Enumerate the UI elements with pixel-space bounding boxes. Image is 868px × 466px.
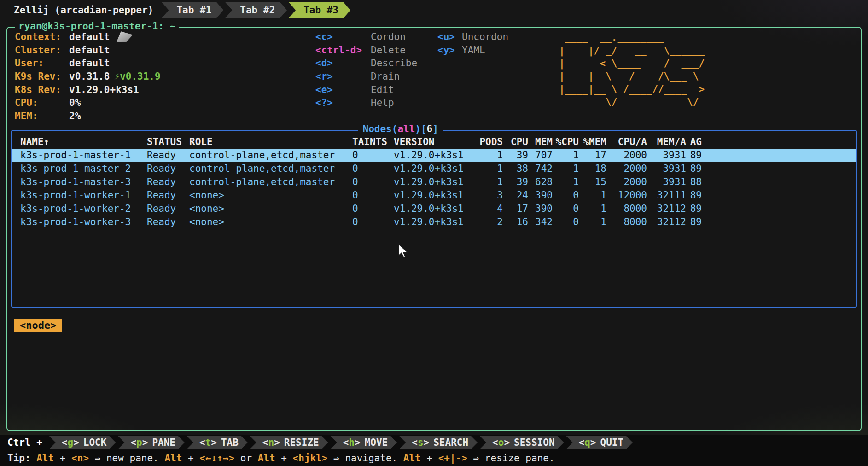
shortcut-key: n xyxy=(268,437,274,448)
cell-name: k3s-prod-1-master-1 xyxy=(20,149,147,162)
breadcrumb-node[interactable]: <node> xyxy=(14,319,62,332)
bracket: < xyxy=(262,437,268,448)
table-row[interactable]: k3s-prod-1-master-3Readycontrol-plane,et… xyxy=(12,175,856,189)
tab-2[interactable]: Tab #2 xyxy=(225,2,287,18)
cell-version: v1.29.0+k3s1 xyxy=(394,202,477,216)
menu-action: Help xyxy=(371,97,394,108)
table-row[interactable]: k3s-prod-1-master-2Readycontrol-plane,et… xyxy=(12,162,856,175)
ribbon-quit[interactable]: <q>QUIT xyxy=(566,436,633,449)
info-label: Context: xyxy=(15,31,69,42)
k9s-menu-column-2: <u>Uncordon <y>YAML xyxy=(437,30,508,57)
cell-mem: 628 xyxy=(528,175,553,189)
col-mem: MEM xyxy=(528,135,553,149)
bracket: < xyxy=(199,437,205,448)
cell-cpua: 2000 xyxy=(606,149,647,162)
cell-version: v1.29.0+k3s1 xyxy=(394,216,477,229)
cell-cpua: 2000 xyxy=(606,162,647,175)
cell-name: k3s-prod-1-worker-2 xyxy=(20,202,147,216)
cell-taints: 0 xyxy=(352,175,394,189)
tip-text: ⇒ new pane. xyxy=(89,453,164,464)
shortcut-key: p xyxy=(136,437,142,448)
shortcut-key: q xyxy=(584,437,590,448)
tab-label: Tab #2 xyxy=(240,5,275,16)
table-row-selected[interactable]: k3s-prod-1-master-1Readycontrol-plane,et… xyxy=(12,149,856,162)
info-value: v0.31.8 xyxy=(69,71,110,82)
menu-item-yaml: <y>YAML xyxy=(437,44,508,57)
table-row[interactable]: k3s-prod-1-worker-1Ready<none>0v1.29.0+k… xyxy=(12,189,856,202)
ribbon-session[interactable]: <o>SESSION xyxy=(479,436,564,449)
k9s-menu-column-1: <c>Cordon <ctrl-d>Delete <d>Describe <r>… xyxy=(315,30,417,110)
cell-cpua: 8000 xyxy=(606,202,647,216)
cell-cpu: 39 xyxy=(503,149,528,162)
cell-cpu: 24 xyxy=(503,189,528,202)
bracket: > xyxy=(73,437,79,448)
menu-item-edit: <e>Edit xyxy=(315,83,417,96)
col-name: NAME↑ xyxy=(20,135,147,149)
col-age: AG xyxy=(686,135,702,149)
cell-mema: 32111 xyxy=(647,189,686,202)
info-row-cluster: Cluster:default xyxy=(15,44,161,57)
ribbon-pane[interactable]: <p>PANE xyxy=(117,436,185,449)
tab-1[interactable]: Tab #1 xyxy=(162,2,223,18)
cell-age: 89 xyxy=(686,149,702,162)
session-name: Zellij (arcadian-pepper) xyxy=(14,5,153,16)
menu-action: YAML xyxy=(462,45,485,56)
k9s-cluster-info: Context:default Cluster:default User:def… xyxy=(15,30,161,122)
cell-role: control-plane,etcd,master xyxy=(189,149,352,162)
menu-key: <ctrl-d> xyxy=(315,45,371,56)
menu-key: <u> xyxy=(437,31,462,42)
title-scope: all xyxy=(397,123,415,134)
mouse-cursor xyxy=(397,243,411,259)
cell-mem: 342 xyxy=(528,216,553,229)
cell-version: v1.29.0+k3s1 xyxy=(394,189,477,202)
cell-mema: 3931 xyxy=(647,175,686,189)
cell-mema: 3931 xyxy=(647,162,686,175)
col-version: VERSION xyxy=(394,135,477,149)
col-mema: MEM/A xyxy=(647,135,686,149)
title-bracket: ] xyxy=(432,123,438,134)
cell-cpua: 12000 xyxy=(606,189,647,202)
cell-mem: 390 xyxy=(528,202,553,216)
cell-pods: 1 xyxy=(477,175,503,189)
tab-3-active[interactable]: Tab #3 xyxy=(289,2,350,18)
menu-item-cordon: <c>Cordon xyxy=(315,30,417,44)
tip-text: + xyxy=(54,453,71,464)
info-row-k9s-rev: K9s Rev:v0.31.8⚡v0.31.9 xyxy=(15,70,161,83)
title-bracket: )[ xyxy=(415,123,426,134)
upgrade-version: ⚡v0.31.9 xyxy=(114,71,161,82)
cell-cpua: 8000 xyxy=(606,216,647,229)
ribbon-search[interactable]: <s>SEARCH xyxy=(399,436,478,449)
table-title: Nodes(all)[6] xyxy=(358,123,443,134)
info-row-k8s-rev: K8s Rev:v1.29.0+k3s1 xyxy=(15,83,161,96)
tip-text: + xyxy=(275,453,293,464)
cell-mem: 742 xyxy=(528,162,553,175)
table-body: NAME↑STATUSROLETAINTSVERSIONPODSCPUMEM%C… xyxy=(12,131,856,229)
zellij-status-bar: Ctrl + <g>LOCK <p>PANE <t>TAB <n>RESIZE … xyxy=(0,435,868,450)
key-hint: Alt xyxy=(258,453,275,464)
info-row-cpu: CPU:0% xyxy=(15,96,161,110)
shortcut-key: o xyxy=(498,437,504,448)
menu-action: Cordon xyxy=(371,31,406,42)
key-hint: <←↓↑→> xyxy=(199,453,234,464)
key-hint: <hjkl> xyxy=(293,453,328,464)
menu-action: Uncordon xyxy=(462,31,508,42)
info-label: K9s Rev: xyxy=(15,71,69,82)
cell-pcpu: 1 xyxy=(553,175,579,189)
cell-pmem: 15 xyxy=(579,175,606,189)
menu-action: Delete xyxy=(371,45,406,56)
ribbon-move[interactable]: <h>MOVE xyxy=(330,436,397,449)
terminal-pane[interactable]: ryan@k3s-prod-1-master-1: ~ Context:defa… xyxy=(6,27,862,431)
cell-taints: 0 xyxy=(352,149,394,162)
ribbon-lock[interactable]: <g>LOCK xyxy=(49,436,116,449)
table-row[interactable]: k3s-prod-1-worker-2Ready<none>0v1.29.0+k… xyxy=(12,202,856,216)
cell-pmem: 1 xyxy=(579,202,606,216)
ribbon-tab[interactable]: <t>TAB xyxy=(186,436,248,449)
ctrl-prefix: Ctrl + xyxy=(7,437,42,448)
menu-item-help: <?>Help xyxy=(315,96,417,110)
menu-item-drain: <r>Drain xyxy=(315,70,417,83)
ribbon-label: PANE xyxy=(152,437,175,448)
ribbon-resize[interactable]: <n>RESIZE xyxy=(250,436,328,449)
table-row[interactable]: k3s-prod-1-worker-3Ready<none>0v1.29.0+k… xyxy=(12,216,856,229)
cell-name: k3s-prod-1-master-2 xyxy=(20,162,147,175)
cell-pcpu: 0 xyxy=(553,202,579,216)
